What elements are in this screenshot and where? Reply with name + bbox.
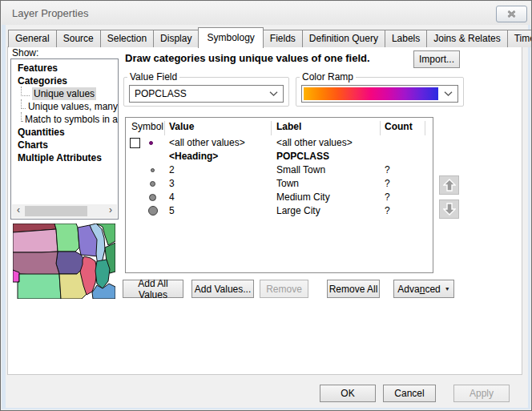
color-ramp-groupbox: Color Ramp xyxy=(296,71,464,107)
tab-time[interactable]: Time xyxy=(507,30,532,47)
column-header-value: Value xyxy=(169,121,194,132)
tree-item-charts[interactable]: Charts xyxy=(11,139,118,151)
header-separator xyxy=(380,121,381,135)
point-symbol-size-4[interactable] xyxy=(149,194,156,201)
tree-item-multiple-attributes[interactable]: Multiple Attributes xyxy=(11,151,118,164)
tree-item-quantities[interactable]: Quantities xyxy=(11,126,118,139)
tab-selection[interactable]: Selection xyxy=(100,30,154,47)
close-button[interactable] xyxy=(496,6,527,22)
tree-branch-line xyxy=(21,87,30,96)
layer-properties-dialog: Layer Properties General Source Selectio… xyxy=(0,0,532,411)
point-symbol-size-2[interactable] xyxy=(151,168,155,172)
chevron-down-icon xyxy=(438,91,457,96)
chevron-down-icon xyxy=(264,91,283,96)
show-label: Show: xyxy=(12,47,38,58)
close-icon xyxy=(507,10,516,18)
dialog-title: Layer Properties xyxy=(12,7,88,19)
ok-button[interactable]: OK xyxy=(320,385,376,402)
table-row-small-town[interactable]: 2 Small Town ? xyxy=(126,163,433,177)
value-field-legend: Value Field xyxy=(127,71,179,83)
table-row-large-city[interactable]: 5 Large City ? xyxy=(126,204,433,218)
table-row-medium-city[interactable]: 4 Medium City ? xyxy=(126,191,433,204)
point-symbol-size-5[interactable] xyxy=(148,206,158,216)
arrow-down-icon xyxy=(443,203,456,216)
all-other-values-checkbox[interactable] xyxy=(130,138,140,148)
scroll-left-icon[interactable]: ‹ xyxy=(12,204,25,218)
add-all-values-button[interactable]: Add All Values xyxy=(123,280,183,298)
value-field-selected: POPCLASS xyxy=(130,88,264,99)
table-row-town[interactable]: 3 Town ? xyxy=(126,177,433,191)
show-list-horizontal-scrollbar[interactable]: ‹ › xyxy=(12,204,117,218)
advanced-button[interactable]: Advanced ▼ xyxy=(393,280,454,298)
remove-button[interactable]: Remove xyxy=(260,280,308,298)
tab-general[interactable]: General xyxy=(8,30,57,47)
tab-symbology[interactable]: Symbology xyxy=(198,27,263,48)
tab-labels[interactable]: Labels xyxy=(385,30,427,47)
column-header-label: Label xyxy=(276,121,301,132)
table-row-all-other-values[interactable]: <all other values> <all other values> xyxy=(126,136,433,150)
color-ramp-legend: Color Ramp xyxy=(300,71,356,83)
value-field-dropdown[interactable]: POPCLASS xyxy=(129,85,284,103)
tree-branch-line xyxy=(21,112,22,122)
tab-display[interactable]: Display xyxy=(153,30,199,47)
dialog-body: General Source Selection Display Symbolo… xyxy=(6,25,528,408)
scroll-right-icon[interactable]: › xyxy=(104,204,117,218)
column-header-symbol: Symbol xyxy=(131,121,163,132)
tree-item-unique-values-many[interactable]: Unique values, many xyxy=(11,100,118,113)
tab-fields[interactable]: Fields xyxy=(263,30,303,47)
tree-branch-line xyxy=(21,99,26,109)
add-values-button[interactable]: Add Values... xyxy=(191,280,254,298)
advanced-label: Advanced xyxy=(397,284,440,295)
tab-strip: General Source Selection Display Symbolo… xyxy=(8,26,532,47)
value-field-groupbox: Value Field POPCLASS xyxy=(123,71,289,107)
import-button[interactable]: Import... xyxy=(413,50,460,68)
map-preview-image xyxy=(13,224,115,299)
title-bar: Layer Properties xyxy=(2,2,530,25)
arrow-up-icon xyxy=(443,179,456,191)
apply-button[interactable]: Apply xyxy=(453,385,510,402)
tab-source[interactable]: Source xyxy=(56,30,101,47)
header-separator xyxy=(425,121,425,135)
move-up-button[interactable] xyxy=(439,175,459,195)
tree-item-features[interactable]: Features xyxy=(11,62,118,75)
remove-all-button[interactable]: Remove All xyxy=(327,280,380,298)
tree-item-match-symbols[interactable]: Match to symbols in a xyxy=(11,113,118,126)
unique-values-table: Symbol Value Label Count <all other valu… xyxy=(125,117,433,273)
instruction-text: Draw categories using unique values of o… xyxy=(125,52,370,64)
header-separator xyxy=(164,121,165,135)
column-header-count: Count xyxy=(385,121,413,132)
dropdown-arrow-icon: ▼ xyxy=(445,286,450,292)
point-symbol-size-3[interactable] xyxy=(150,181,155,187)
header-separator xyxy=(271,121,272,135)
show-tree-listbox: Features Categories Unique values Unique… xyxy=(10,58,119,220)
tree-item-categories[interactable]: Categories xyxy=(11,75,118,87)
tree-item-unique-values[interactable]: Unique values xyxy=(11,87,118,100)
table-row-heading[interactable]: <Heading> POPCLASS xyxy=(126,150,433,163)
move-down-button[interactable] xyxy=(439,199,459,219)
scrollbar-thumb[interactable] xyxy=(25,206,87,216)
cancel-button[interactable]: Cancel xyxy=(383,385,436,402)
table-header: Symbol Value Label Count xyxy=(126,118,433,135)
color-ramp-dropdown[interactable] xyxy=(301,85,458,103)
point-symbol-all-other[interactable] xyxy=(149,141,153,145)
tab-definition-query[interactable]: Definition Query xyxy=(302,30,385,47)
color-ramp-swatch xyxy=(304,87,438,100)
tab-joins-relates[interactable]: Joins & Relates xyxy=(426,30,507,47)
